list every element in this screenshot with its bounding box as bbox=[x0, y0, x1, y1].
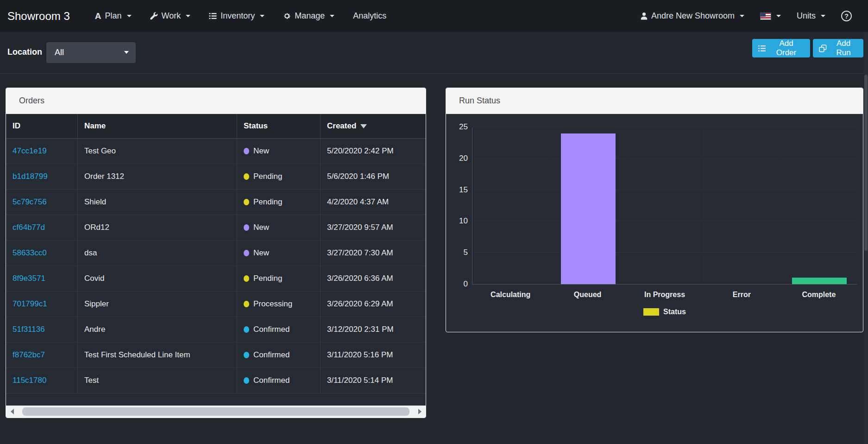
orders-table-body: 47cc1e19 Test Geo New 5/20/2020 2:42 PM … bbox=[6, 139, 426, 393]
column-header-name[interactable]: Name bbox=[78, 114, 237, 138]
order-status: Pending bbox=[237, 266, 321, 291]
order-created: 3/26/2020 6:36 AM bbox=[321, 266, 426, 291]
gridline bbox=[781, 127, 781, 284]
wrench-icon bbox=[150, 12, 158, 20]
table-row: cf64b77d ORd12 New 3/27/2020 9:57 AM bbox=[6, 215, 426, 241]
status-dot-icon bbox=[244, 326, 249, 333]
brand-showroom[interactable]: Showroom 3 bbox=[7, 10, 70, 23]
order-created: 3/12/2020 2:31 PM bbox=[321, 317, 426, 342]
orders-panel-title: Orders bbox=[19, 96, 44, 106]
order-created: 5/6/2020 1:46 PM bbox=[321, 164, 426, 189]
order-name: Order 1312 bbox=[78, 164, 237, 189]
x-tick-label: Error bbox=[703, 291, 780, 299]
order-id-link[interactable]: 58633cc0 bbox=[13, 248, 47, 258]
order-created: 3/27/2020 7:30 AM bbox=[321, 241, 426, 266]
help-menu[interactable]: ? bbox=[833, 11, 860, 21]
font-icon: A bbox=[95, 12, 101, 20]
gridline bbox=[472, 190, 857, 190]
order-id-link[interactable]: b1d18799 bbox=[13, 172, 48, 181]
order-id-link[interactable]: 51f31136 bbox=[13, 325, 45, 334]
scroll-left-arrow[interactable] bbox=[6, 409, 18, 414]
add-run-label: Add Run bbox=[830, 39, 857, 57]
chevron-down-icon bbox=[740, 15, 744, 17]
nav-item-manage[interactable]: Manage bbox=[274, 0, 344, 32]
nav-item-work[interactable]: Work bbox=[141, 0, 200, 32]
table-row: b1d18799 Order 1312 Pending 5/6/2020 1:4… bbox=[6, 164, 426, 190]
order-created: 3/26/2020 6:29 AM bbox=[321, 292, 426, 317]
order-status: Pending bbox=[237, 164, 321, 189]
run-status-panel-header: Run Status bbox=[446, 88, 863, 114]
status-dot-icon bbox=[244, 173, 249, 180]
gridline bbox=[472, 158, 857, 159]
add-order-button[interactable]: Add Order bbox=[752, 39, 810, 57]
order-id-link[interactable]: 701799c1 bbox=[13, 299, 47, 309]
gridline bbox=[472, 127, 857, 127]
order-id-link[interactable]: cf64b77d bbox=[13, 223, 45, 232]
status-dot-icon bbox=[244, 352, 249, 358]
table-row: 47cc1e19 Test Geo New 5/20/2020 2:42 PM bbox=[6, 139, 426, 164]
user-menu[interactable]: Andre New Showroom bbox=[633, 11, 752, 21]
status-dot-icon bbox=[244, 301, 249, 307]
y-tick-label: 10 bbox=[448, 216, 468, 226]
units-menu[interactable]: Units bbox=[789, 11, 833, 21]
x-tick-label: In Progress bbox=[626, 291, 703, 299]
nav-item-plan[interactable]: A Plan bbox=[86, 0, 141, 32]
chart-legend[interactable]: Status bbox=[472, 308, 857, 316]
status-dot-icon bbox=[244, 275, 249, 282]
bar-complete bbox=[792, 278, 847, 284]
navbar-right: Andre New Showroom Units ? bbox=[633, 11, 868, 21]
y-tick-label: 20 bbox=[448, 154, 468, 163]
filter-bar: Location All Add Order Add Run bbox=[0, 32, 868, 74]
order-created: 3/11/2020 5:14 PM bbox=[321, 368, 426, 393]
column-header-id[interactable]: ID bbox=[6, 114, 78, 138]
order-created: 5/20/2020 2:42 PM bbox=[321, 139, 426, 164]
order-created: 3/11/2020 5:16 PM bbox=[321, 343, 426, 368]
column-header-status[interactable]: Status bbox=[237, 114, 321, 138]
status-dot-icon bbox=[244, 224, 249, 231]
y-tick-label: 0 bbox=[448, 279, 468, 289]
order-name: Sippler bbox=[78, 292, 237, 317]
order-id-link[interactable]: 47cc1e19 bbox=[13, 146, 47, 156]
chevron-down-icon bbox=[330, 15, 334, 17]
order-name: dsa bbox=[78, 241, 237, 266]
copy-icon bbox=[819, 44, 827, 52]
scrollbar-thumb[interactable] bbox=[864, 75, 868, 251]
order-status: New bbox=[237, 139, 321, 164]
status-dot-icon bbox=[244, 199, 249, 205]
location-label: Location bbox=[7, 47, 42, 57]
location-select[interactable]: All bbox=[46, 42, 136, 63]
column-header-created[interactable]: Created bbox=[321, 114, 426, 138]
order-id-link[interactable]: 8f9e3571 bbox=[13, 274, 45, 283]
list-icon bbox=[209, 13, 217, 19]
locale-menu[interactable] bbox=[752, 13, 789, 20]
order-id-link[interactable]: 115c1780 bbox=[13, 376, 46, 385]
orders-panel-header: Orders bbox=[6, 88, 426, 114]
order-name: Andre bbox=[78, 317, 237, 342]
status-dot-icon bbox=[244, 250, 249, 256]
order-status: Pending bbox=[237, 190, 321, 215]
scroll-right-arrow[interactable] bbox=[414, 409, 426, 414]
nav-item-analytics[interactable]: Analytics bbox=[344, 0, 396, 32]
x-tick-label: Calculating bbox=[472, 291, 549, 299]
scrollbar-thumb[interactable] bbox=[22, 407, 410, 416]
add-run-button[interactable]: Add Run bbox=[813, 39, 863, 57]
table-row: 58633cc0 dsa New 3/27/2020 7:30 AM bbox=[6, 241, 426, 266]
order-name: Test Geo bbox=[78, 139, 237, 164]
scrollbar-track[interactable] bbox=[18, 406, 414, 418]
gridline bbox=[472, 221, 857, 221]
order-id-link[interactable]: f8762bc7 bbox=[13, 350, 45, 360]
chevron-down-icon bbox=[124, 51, 129, 54]
page-vertical-scrollbar[interactable] bbox=[864, 32, 868, 444]
order-status: Confirmed bbox=[237, 343, 321, 368]
bar-queued bbox=[561, 133, 616, 284]
y-tick-label: 15 bbox=[448, 185, 468, 195]
order-id-link[interactable]: 5c79c756 bbox=[13, 197, 47, 207]
order-status: Processing bbox=[237, 292, 321, 317]
add-order-label: Add Order bbox=[768, 39, 804, 57]
gear-icon bbox=[283, 12, 291, 20]
chart-plot-area: 0510152025 bbox=[472, 127, 857, 285]
orders-horizontal-scrollbar bbox=[6, 406, 426, 418]
gridline bbox=[549, 127, 550, 284]
nav-item-inventory[interactable]: Inventory bbox=[200, 0, 274, 32]
app-page: Showroom 3 A Plan Work Inventory Manage … bbox=[0, 0, 868, 444]
